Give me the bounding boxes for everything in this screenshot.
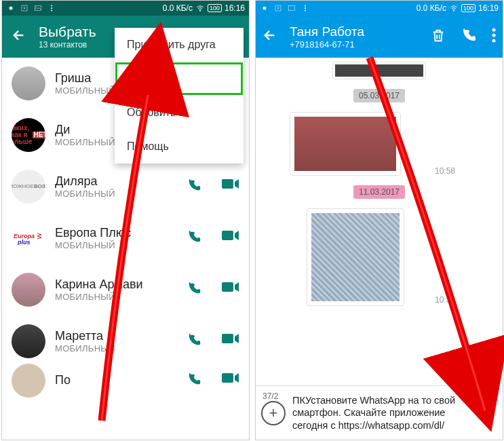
wifi-icon: [449, 4, 459, 12]
svg-rect-7: [222, 179, 233, 189]
menu-contacts[interactable]: Контакты: [115, 62, 244, 96]
attach-button[interactable]: 37/2 +: [261, 401, 286, 425]
battery-level: 100: [461, 4, 476, 12]
clock: 16:16: [225, 3, 245, 13]
back-button[interactable]: [12, 28, 26, 45]
delete-button[interactable]: [431, 27, 446, 46]
image-icon: [33, 4, 43, 12]
back-arrow-icon: [12, 28, 26, 43]
menu-invite-friend[interactable]: Пригласить друга: [115, 28, 244, 62]
contact-row[interactable]: По: [2, 367, 249, 394]
call-icon[interactable]: [187, 281, 201, 299]
video-icon[interactable]: [222, 281, 239, 299]
avatar: [12, 273, 45, 307]
svg-point-22: [492, 34, 496, 37]
send-icon: [474, 402, 497, 425]
msg-time: 10:38: [435, 295, 455, 305]
net-speed: 0.0 КБ/с: [163, 3, 193, 13]
svg-rect-11: [222, 282, 233, 292]
contact-type: МОБИЛЬНЫЙ: [55, 292, 143, 302]
call-icon[interactable]: [187, 332, 201, 350]
contact-row[interactable]: Карина АрмавиМОБИЛЬНЫЙ: [2, 264, 249, 315]
contact-row[interactable]: Europaplus Европа ПлюсМОБИЛЬНЫЙ: [2, 212, 249, 264]
contact-name: Гриша: [55, 71, 115, 85]
message-input-bar: 37/2 + ПКУстановите WhatsApp на то свой …: [256, 385, 503, 440]
net-speed: 0.0 КБ/с: [416, 3, 446, 13]
svg-point-18: [305, 7, 306, 9]
header-subtitle: 13 контактов: [39, 40, 96, 50]
avatar: [12, 66, 45, 100]
contact-name: Маретта: [55, 329, 115, 343]
more-button[interactable]: [492, 28, 496, 45]
send-button[interactable]: [474, 402, 497, 425]
status-bar: 0.0 КБ/с 100 16:19: [256, 1, 503, 16]
date-badge: 11.03.2017: [353, 185, 405, 199]
whatsapp-screen: 0.0 КБ/с 100 16:16 Выбрать 13 контактов …: [1, 0, 250, 440]
clock: 16:19: [478, 3, 499, 13]
svg-point-4: [51, 7, 52, 9]
menu-refresh[interactable]: Обновить: [115, 96, 244, 130]
chat-title: Таня Работа: [290, 24, 364, 39]
contact-name: Диляра: [55, 174, 115, 189]
contact-name: По: [55, 373, 71, 387]
call-icon[interactable]: [187, 229, 201, 247]
contact-name: Европа Плюс: [55, 226, 131, 240]
back-button[interactable]: [263, 28, 277, 45]
msg-time: 10:58: [435, 166, 455, 176]
svg-rect-10: [222, 231, 233, 240]
back-arrow-icon: [263, 28, 277, 43]
video-icon[interactable]: [222, 332, 239, 350]
avatar: [12, 364, 45, 398]
call-icon[interactable]: [187, 372, 201, 389]
contact-row[interactable]: МареттаМОБИЛЬНЫЙ: [2, 315, 249, 367]
chat-area[interactable]: 05.03.2017 10:58 11.03.2017 10:38: [256, 58, 503, 387]
svg-rect-13: [222, 373, 233, 383]
video-icon[interactable]: [222, 372, 239, 389]
plus-icon: +: [269, 404, 278, 422]
svg-point-20: [453, 11, 454, 12]
contact-type: МОБИЛЬНЫЙ: [55, 85, 115, 96]
svg-point-6: [199, 11, 200, 12]
avatar: НЕВОЗМОЖНОЕВОЗМОЖНО: [12, 170, 45, 204]
contact-type: МОБИЛЬНЫЙ: [55, 240, 131, 250]
menu-help[interactable]: Помощь: [115, 130, 244, 164]
call-button[interactable]: [461, 27, 477, 46]
date-badge: 05.03.2017: [353, 89, 405, 102]
message-bubble[interactable]: [290, 112, 401, 176]
svg-point-19: [305, 10, 306, 12]
sms-screen: 0.0 КБ/с 100 16:19 Таня Работа +7918164-…: [255, 0, 503, 440]
svg-point-14: [263, 7, 267, 10]
phone-icon: [461, 27, 477, 43]
contact-name: Карина Армави: [55, 277, 143, 292]
notif-icon: [6, 4, 16, 12]
contact-row[interactable]: НЕВОЗМОЖНОЕВОЗМОЖНО ДиляраМОБИЛЬНЫЙ: [2, 161, 249, 212]
download-icon: [20, 4, 29, 12]
svg-point-17: [305, 5, 306, 7]
contact-type: МОБИЛЬНЫЙ: [55, 137, 115, 147]
notif-icon: [260, 4, 269, 12]
dots-icon: [47, 4, 56, 12]
svg-point-5: [51, 10, 52, 12]
options-menu: Пригласить друга Контакты Обновить Помощ…: [115, 28, 244, 164]
wifi-icon: [195, 4, 205, 12]
avatar: [12, 324, 45, 358]
call-icon[interactable]: [187, 178, 201, 195]
chat-header: Таня Работа +7918164-67-71: [256, 16, 503, 58]
header-title: Выбрать: [39, 24, 96, 40]
contact-name: Ди: [55, 123, 115, 137]
contact-type: МОБИЛЬНЫЙ: [55, 343, 115, 353]
video-icon[interactable]: [222, 229, 239, 247]
message-bubble[interactable]: [307, 208, 404, 306]
svg-point-21: [492, 28, 496, 32]
svg-point-3: [51, 5, 52, 7]
avatar: каких,как ябольшеНЕТ!: [12, 118, 45, 152]
chat-phone: +7918164-67-71: [290, 39, 364, 50]
dots-icon: [301, 4, 310, 12]
char-counter: 37/2: [263, 391, 278, 401]
video-icon[interactable]: [222, 178, 239, 195]
battery-level: 100: [208, 4, 222, 12]
status-bar: 0.0 КБ/с 100 16:16: [2, 1, 249, 16]
contact-type: МОБИЛЬНЫЙ: [55, 189, 115, 199]
trash-icon: [431, 27, 446, 43]
message-input[interactable]: ПКУстановите WhatsApp на то свой смартфо…: [290, 394, 474, 431]
